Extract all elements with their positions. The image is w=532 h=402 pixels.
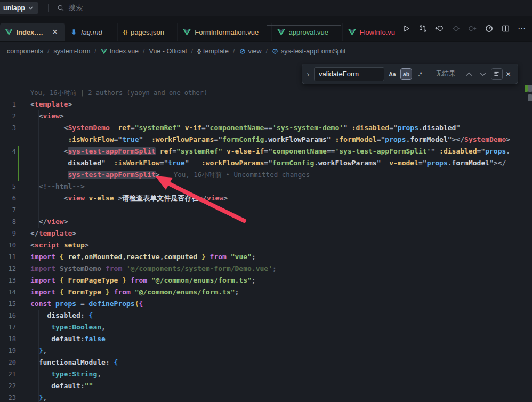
code-line[interactable]: 7	[0, 204, 525, 216]
code-line[interactable]: 20 functionalModule: {	[0, 357, 525, 368]
code-line[interactable]: 4 <sys-test-appFormSplit ref="systemRef"…	[0, 146, 525, 157]
editor[interactable]: You, 16小时前 | 2 authors (yaoyn and one ot…	[0, 87, 525, 402]
tab-label: approval.vue	[289, 28, 328, 36]
code-line[interactable]: 8 </view>	[0, 216, 525, 228]
code-line[interactable]: 3 <SystemDemo ref="systemRef" v-if="comp…	[0, 122, 525, 134]
find-collapse-icon[interactable]: ›	[304, 69, 312, 78]
line-number: 1	[0, 99, 16, 110]
close-icon[interactable]: ✕	[51, 28, 59, 36]
code-line[interactable]: 18 default:false	[0, 333, 525, 345]
code-line[interactable]: :isWorkFlow="true" :workFlowParams="form…	[0, 134, 525, 146]
code-line[interactable]: 12import SystemDemo from '@/components/s…	[0, 263, 525, 275]
vue-icon	[5, 29, 12, 36]
code-line[interactable]: 22 default:""	[0, 380, 525, 392]
gutter-change-bar	[16, 110, 30, 122]
breadcrumb-item-components[interactable]: components	[7, 47, 43, 55]
vue-icon	[277, 29, 285, 36]
breadcrumb-item-index-vue[interactable]: Index.vue	[101, 47, 139, 55]
tab-label: Index.vue	[16, 28, 45, 36]
match-case-button[interactable]: Aa	[386, 68, 398, 80]
code-line[interactable]: 13import { FromPageType } from "@/common…	[0, 275, 525, 286]
close-icon[interactable]: ✕	[506, 70, 511, 78]
gutter-change-bar	[16, 204, 30, 216]
tab-label: FlowInfo.vu	[360, 28, 395, 36]
previous-match-icon[interactable]	[463, 68, 475, 80]
code-line[interactable]: 15const props = defineProps({	[0, 298, 525, 310]
breadcrumb-item-sys-test-appformsplit[interactable]: sys-test-appFormSplit	[272, 47, 346, 55]
find-input[interactable]	[314, 67, 384, 81]
project-name: uniapp	[3, 4, 25, 12]
tab-label: faq.md	[81, 28, 102, 36]
line-number: 22	[0, 380, 16, 392]
gutter-change-bar	[16, 345, 30, 357]
tab-pages-json[interactable]: {} pages.json	[118, 23, 178, 41]
code-line[interactable]: 17 type:Boolean,	[0, 321, 525, 333]
run-icon[interactable]	[400, 22, 412, 34]
code-line[interactable]: 1<template>	[0, 99, 525, 110]
whole-word-button[interactable]: ab	[400, 68, 412, 80]
gutter-change-bar	[16, 380, 30, 392]
breadcrumb-item-view[interactable]: view	[239, 47, 262, 55]
code-line[interactable]: 10<script setup>	[0, 239, 525, 251]
next-match-icon[interactable]	[477, 68, 489, 80]
code-line[interactable]: 5 <!--html-->	[0, 181, 525, 192]
gutter-change-bar	[16, 181, 30, 192]
breadcrumb-item-vue-official[interactable]: Vue - Official	[149, 47, 187, 55]
gutter-change-bar	[16, 99, 30, 110]
vue-icon	[183, 29, 191, 36]
code-line[interactable]: 19 },	[0, 345, 525, 357]
code-line[interactable]: 21 type:String,	[0, 368, 525, 380]
editor-actions: ⋯	[400, 15, 532, 41]
search-icon	[57, 4, 65, 12]
record-icon[interactable]	[450, 22, 462, 34]
code-line[interactable]: sys-test-appFormSplit>You, 16小时前 • Uncom…	[0, 169, 525, 181]
overview-ruler-marker	[528, 85, 532, 92]
overview-ruler-added-marker	[525, 85, 528, 92]
json-icon: {}	[123, 29, 127, 35]
breadcrumb-item-template[interactable]: {} template	[197, 47, 229, 55]
gutter-change-bar	[16, 368, 30, 380]
gutter-change-bar	[16, 122, 30, 134]
global-search[interactable]: 搜索	[57, 3, 83, 13]
braces-icon: {}	[197, 48, 200, 54]
code-line[interactable]: 11import { ref,onMounted,reactive,comput…	[0, 251, 525, 263]
line-number: 18	[0, 333, 16, 345]
more-actions-icon[interactable]: ⋯	[516, 22, 528, 34]
line-number: 10	[0, 239, 16, 251]
line-number: 17	[0, 321, 16, 333]
gutter-change-bar	[16, 216, 30, 228]
code-line[interactable]: 16 disabled: {	[0, 310, 525, 321]
line-number: 13	[0, 275, 16, 286]
find-in-selection-icon[interactable]	[491, 68, 503, 80]
split-editor-icon[interactable]	[499, 22, 511, 34]
project-switcher[interactable]: uniapp	[0, 2, 38, 14]
code-lines: 1<template>2 <view>3 <SystemDemo ref="sy…	[0, 99, 525, 402]
tab-forminformation-vue[interactable]: FormInformation.vue	[178, 23, 271, 41]
tab-flowinfo-vue[interactable]: FlowInfo.vu	[343, 23, 400, 41]
line-number: 23	[0, 392, 16, 402]
gutter-change-bar	[16, 157, 30, 169]
git-compare-icon[interactable]	[417, 22, 429, 34]
gutter-change-bar	[16, 392, 30, 402]
code-line[interactable]: disabled" :isWorkFlow="true" :workFlowPa…	[0, 157, 525, 169]
navigate-back-icon[interactable]	[433, 22, 445, 34]
gutter-change-bar	[16, 298, 30, 310]
code-line[interactable]: 6 <view v-else >请检查表单文件是否存在</view>	[0, 192, 525, 204]
continue-icon[interactable]	[466, 22, 478, 34]
indent-guide	[47, 122, 47, 204]
tab-faq-md[interactable]: faq.md	[65, 23, 118, 41]
timer-icon[interactable]	[483, 22, 495, 34]
code-line[interactable]: 2 <view>	[0, 110, 525, 122]
code-line[interactable]: 23 },	[0, 392, 525, 402]
tab-index-vue[interactable]: Index.vue ✕	[0, 23, 65, 41]
line-number: 5	[0, 181, 16, 192]
code-line[interactable]: 14import { FormType } from "@/common/enu…	[0, 286, 525, 298]
regex-button[interactable]: .*	[414, 68, 426, 80]
overview-ruler-marker	[528, 94, 532, 101]
tab-strip-scrollbar[interactable]	[267, 25, 341, 26]
breadcrumb-item-system-form[interactable]: system-form	[54, 47, 91, 55]
highlighted-occurrence: sys-test-appFormSplit	[68, 147, 155, 155]
gutter-change-bar	[16, 286, 30, 298]
line-number: 9	[0, 228, 16, 239]
code-line[interactable]: 9</template>	[0, 228, 525, 239]
